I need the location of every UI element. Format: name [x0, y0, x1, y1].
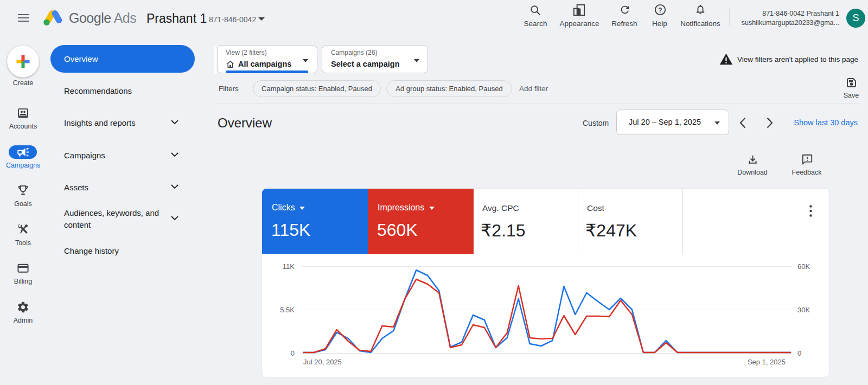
svg-text:?: ?	[658, 7, 662, 14]
svg-text:0: 0	[291, 349, 295, 357]
svg-text:5.5K: 5.5K	[280, 306, 295, 314]
svg-text:11K: 11K	[283, 262, 295, 271]
svg-text:60K: 60K	[797, 262, 810, 271]
svg-text:30K: 30K	[797, 306, 810, 314]
svg-text:0: 0	[797, 349, 801, 357]
svg-text:Jul 20, 2025: Jul 20, 2025	[303, 358, 342, 366]
svg-text:Sep 1, 2025: Sep 1, 2025	[748, 358, 786, 366]
